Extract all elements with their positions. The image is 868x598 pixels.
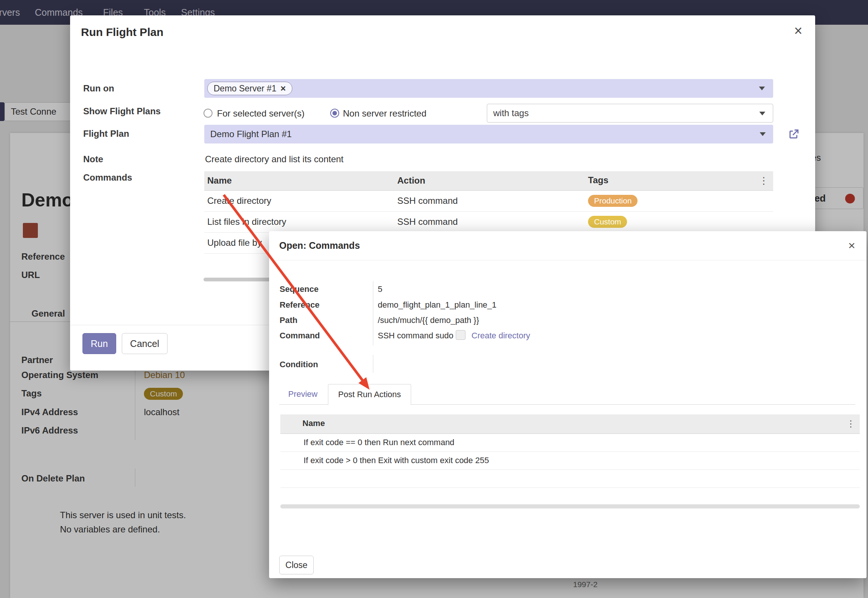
table-row[interactable]: If exit code == 0 then Run next command (280, 434, 860, 451)
open-commands-modal: Open: Commands × Sequence 5 Reference de… (269, 231, 867, 578)
radio-non-server-restricted-label[interactable]: Non server restricted (343, 108, 427, 119)
column-header-name[interactable]: Name⋮ (280, 414, 860, 434)
horizontal-scrollbar-track[interactable] (280, 504, 860, 508)
command-label: Command (280, 330, 320, 341)
condition-label: Condition (280, 359, 318, 370)
run-on-label: Run on (83, 83, 114, 94)
with-tags-value: with tags (493, 108, 529, 118)
run-button[interactable]: Run (82, 333, 116, 354)
column-header-action[interactable]: Action (394, 171, 585, 190)
reference-label: Reference (280, 300, 319, 310)
tag-badge-production: Production (588, 195, 638, 207)
server-chip[interactable]: Demo Server #1 ✕ (207, 82, 292, 95)
tab-post-run-actions[interactable]: Post Run Actions (328, 384, 411, 405)
column-header-name-label: Name (302, 419, 325, 428)
chevron-down-icon (760, 132, 766, 136)
create-directory-link[interactable]: Create directory (471, 330, 530, 341)
cell-empty (280, 469, 860, 487)
radio-for-selected-servers-label[interactable]: For selected server(s) (217, 108, 304, 119)
column-header-tags[interactable]: Tags⋮ (585, 171, 773, 190)
modal-title: Open: Commands (279, 240, 360, 251)
external-link-icon[interactable] (787, 128, 800, 141)
close-icon[interactable]: × (848, 239, 855, 251)
command-value: SSH command sudo (378, 330, 453, 341)
cancel-button[interactable]: Cancel (122, 333, 168, 354)
post-run-actions-table: Name⋮ If exit code == 0 then Run next co… (280, 414, 860, 488)
modal-header: Open: Commands × (269, 231, 867, 260)
table-row[interactable]: List files in directory SSH command Cust… (204, 211, 773, 232)
radio-for-selected-servers[interactable] (204, 109, 213, 118)
cell-action[interactable]: SSH command (394, 190, 585, 211)
kebab-menu-icon[interactable]: ⋮ (846, 419, 855, 429)
column-header-name[interactable]: Name (204, 171, 394, 190)
cell-tags[interactable]: Custom (585, 211, 773, 232)
commands-label: Commands (83, 172, 132, 183)
path-label: Path (280, 315, 298, 326)
table-row[interactable]: If exit code > 0 then Exit with custom e… (280, 451, 860, 469)
create-directory-checkbox[interactable] (456, 330, 465, 340)
cell-name[interactable]: Create directory (204, 190, 394, 211)
cell-tags[interactable]: Production (585, 190, 773, 211)
notebook-tabs: Preview Post Run Actions (279, 384, 855, 405)
note-label: Note (83, 154, 103, 165)
cell-action-name[interactable]: If exit code > 0 then Exit with custom e… (280, 451, 860, 469)
radio-non-server-restricted[interactable] (330, 109, 339, 118)
close-button[interactable]: Close (279, 556, 314, 574)
commands-table-header: Name Action Tags⋮ (204, 171, 773, 190)
screen: Servers Commands Files Tools Settings Te… (0, 0, 868, 598)
tab-preview[interactable]: Preview (279, 384, 326, 404)
close-icon[interactable]: × (794, 24, 802, 38)
chevron-down-icon[interactable] (759, 87, 765, 90)
run-on-multiselect[interactable]: Demo Server #1 ✕ (204, 79, 773, 98)
flight-plan-value: Demo Flight Plan #1 (210, 129, 292, 139)
sequence-label: Sequence (280, 284, 319, 295)
modal-title: Run Flight Plan (81, 26, 163, 39)
cell-action[interactable]: SSH command (394, 211, 585, 232)
table-row-empty (280, 469, 860, 487)
path-value: /such/much/{{ demo_path }} (378, 315, 479, 326)
note-value: Create directory and list its content (205, 154, 344, 165)
kebab-menu-icon[interactable]: ⋮ (759, 175, 769, 187)
table-row[interactable]: Create directory SSH command Production (204, 190, 773, 211)
server-chip-label: Demo Server #1 (214, 84, 276, 94)
with-tags-select[interactable]: with tags (487, 104, 773, 123)
remove-chip-icon[interactable]: ✕ (280, 84, 286, 93)
tag-badge-custom: Custom (588, 216, 627, 228)
column-header-tags-label: Tags (588, 175, 608, 185)
field-column-divider (373, 281, 373, 345)
flight-plan-select[interactable]: Demo Flight Plan #1 (204, 125, 773, 144)
sequence-value: 5 (378, 284, 382, 295)
chevron-down-icon (759, 112, 765, 115)
field-column-divider (373, 355, 373, 373)
cell-name[interactable]: List files in directory (204, 211, 394, 232)
flight-plan-label: Flight Plan (83, 128, 129, 139)
cell-action-name[interactable]: If exit code == 0 then Run next command (280, 434, 860, 451)
post-run-table-header: Name⋮ (280, 414, 860, 434)
show-flight-plans-label: Show Flight Plans (83, 106, 161, 117)
reference-value: demo_flight_plan_1_plan_line_1 (378, 300, 497, 310)
